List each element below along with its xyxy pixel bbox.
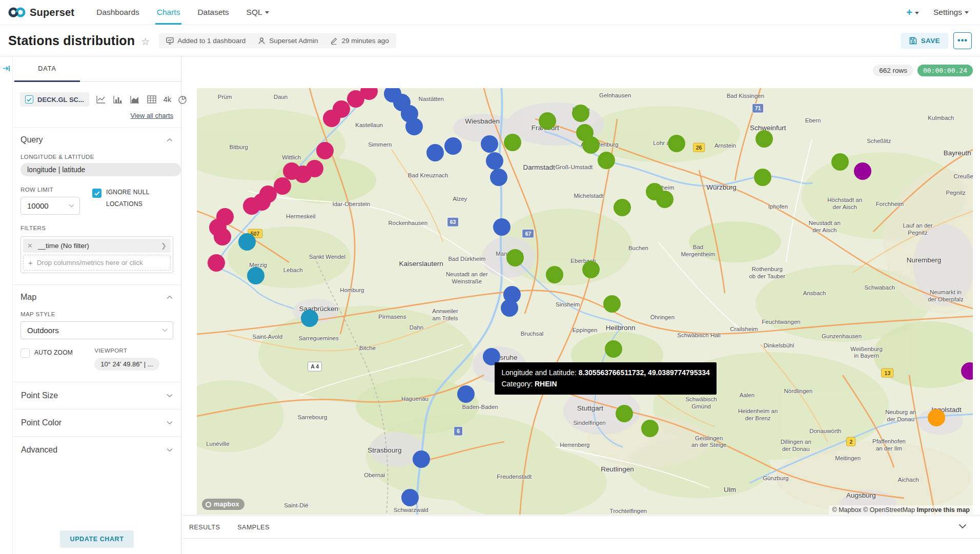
meta-dashboard[interactable]: Added to 1 dashboard	[166, 37, 246, 45]
station-point-pink[interactable]	[208, 254, 225, 272]
map-canvas[interactable]: PrümDaunNastättenGelnhausenBad Kissingen…	[197, 88, 973, 515]
map-label: Idar-Oberstein	[333, 201, 371, 208]
more-menu-button[interactable]: •••	[953, 32, 972, 49]
station-point-pink[interactable]	[347, 90, 364, 108]
superset-logo[interactable]: Superset	[0, 7, 88, 18]
station-point-green[interactable]	[582, 261, 600, 278]
station-point-pink[interactable]	[243, 197, 260, 215]
expand-panel-icon[interactable]	[3, 65, 10, 72]
bar-chart-icon[interactable]	[113, 95, 123, 104]
station-point-green[interactable]	[614, 199, 631, 216]
station-point-green[interactable]	[506, 249, 524, 266]
station-point-green[interactable]	[603, 295, 621, 313]
update-chart-button[interactable]: UPDATE CHART	[60, 530, 134, 548]
nav-item-datasets[interactable]: Datasets	[189, 0, 237, 25]
station-point-blue[interactable]	[490, 169, 507, 186]
settings-menu[interactable]: Settings	[933, 8, 969, 17]
station-point-blue[interactable]	[405, 118, 423, 135]
viz-type-selected[interactable]: DECK.GL SC...	[20, 92, 89, 107]
viewport-value-pill[interactable]: 10° 24' 49.86" | ...	[94, 358, 159, 371]
filter-drop-zone[interactable]: + Drop columns/metrics here or click	[23, 255, 171, 271]
map-label: Prüm	[218, 94, 232, 101]
line-chart-icon[interactable]	[96, 95, 106, 104]
favorite-star-icon[interactable]: ☆	[141, 36, 150, 48]
results-panel: RESULTSSAMPLES	[182, 516, 980, 554]
ignore-null-checkbox[interactable]: IGNORE NULL LOCATIONS	[92, 187, 168, 210]
section-query[interactable]: Query	[13, 128, 181, 148]
area-chart-icon[interactable]	[130, 95, 140, 104]
station-point-green[interactable]	[641, 420, 659, 437]
lonlat-value-pill[interactable]: longitude | latitude	[21, 163, 181, 176]
nav-item-dashboards[interactable]: Dashboards	[88, 0, 148, 25]
station-point-green[interactable]	[616, 405, 633, 422]
station-point-green[interactable]	[572, 105, 589, 122]
filter-item-time[interactable]: ✕ __time (No filter) ❯	[23, 239, 171, 253]
station-point-orange[interactable]	[928, 409, 945, 426]
map-label: Daun	[274, 94, 288, 101]
station-point-blue[interactable]	[493, 218, 511, 236]
map-style-select[interactable]: Outdoors	[21, 321, 173, 339]
map-label: Michelstadt	[574, 193, 603, 200]
station-point-cyan[interactable]	[301, 310, 318, 327]
table-icon[interactable]	[147, 95, 157, 104]
map-label: Simmern	[368, 141, 392, 149]
collapse-results-icon[interactable]	[958, 522, 967, 531]
mapbox-logo[interactable]: mapbox	[202, 499, 244, 510]
add-new-button[interactable]: +	[906, 7, 919, 18]
viz-type-4k[interactable]: 4k	[164, 95, 171, 104]
pie-chart-icon[interactable]	[178, 95, 188, 105]
station-point-green[interactable]	[582, 136, 600, 154]
station-point-blue[interactable]	[486, 152, 503, 170]
section-point-size[interactable]: Point Size	[13, 382, 181, 409]
tab-results[interactable]: RESULTS	[189, 524, 220, 531]
station-point-green[interactable]	[668, 135, 685, 152]
save-button[interactable]: SAVE	[901, 33, 948, 49]
navbar: Superset DashboardsChartsDatasetsSQL + S…	[0, 0, 980, 25]
map-label: Kaiserslautern	[399, 260, 443, 268]
station-point-blue[interactable]	[426, 144, 444, 161]
remove-filter-icon[interactable]: ✕	[27, 242, 33, 250]
map-label: Scheßlitz	[867, 138, 891, 145]
station-point-green[interactable]	[831, 153, 849, 171]
nav-item-sql[interactable]: SQL	[238, 0, 278, 25]
station-point-cyan[interactable]	[238, 233, 256, 251]
station-point-green[interactable]	[539, 112, 556, 130]
improve-map-link[interactable]: Improve this map	[917, 506, 970, 514]
section-point-color[interactable]: Point Color	[13, 409, 181, 436]
row-limit-select[interactable]: 10000	[21, 197, 80, 215]
station-point-green[interactable]	[656, 191, 673, 208]
station-point-blue[interactable]	[481, 135, 498, 153]
tab-data[interactable]: DATA	[14, 56, 80, 82]
station-point-pink[interactable]	[323, 110, 340, 127]
station-point-purple[interactable]	[854, 162, 871, 180]
meta-user[interactable]: Superset Admin	[258, 37, 318, 45]
section-advanced[interactable]: Advanced	[13, 436, 181, 463]
map-label: Augsburg	[846, 491, 876, 500]
view-all-charts-link[interactable]: View all charts	[130, 112, 173, 119]
station-point-blue[interactable]	[401, 489, 419, 506]
station-point-green[interactable]	[605, 340, 622, 358]
station-point-blue[interactable]	[444, 137, 462, 155]
station-point-green[interactable]	[546, 266, 563, 283]
station-point-blue[interactable]	[501, 299, 518, 317]
station-point-green[interactable]	[598, 152, 615, 169]
section-map[interactable]: Map	[13, 285, 181, 305]
map-label: Strasbourg	[368, 446, 401, 455]
panel-tabs: DATA	[13, 56, 181, 82]
station-point-pink[interactable]	[316, 142, 334, 159]
auto-zoom-checkbox[interactable]: AUTO ZOOM	[21, 348, 73, 371]
station-point-blue[interactable]	[413, 450, 430, 468]
map-label: Creußen	[953, 173, 973, 180]
station-point-green[interactable]	[754, 169, 771, 186]
station-point-green[interactable]	[504, 134, 521, 151]
meta-pencil[interactable]: 29 minutes ago	[330, 37, 389, 45]
station-point-cyan[interactable]	[247, 267, 264, 284]
map-label: Neumarkt in der Oberpfalz	[928, 289, 964, 303]
map-label: Aichach	[898, 477, 919, 484]
station-point-green[interactable]	[756, 130, 773, 148]
nav-item-charts[interactable]: Charts	[148, 0, 189, 25]
station-point-blue[interactable]	[457, 385, 475, 403]
station-point-pink[interactable]	[214, 228, 231, 245]
road-shield: 26	[693, 142, 705, 152]
tab-samples[interactable]: SAMPLES	[237, 524, 270, 531]
